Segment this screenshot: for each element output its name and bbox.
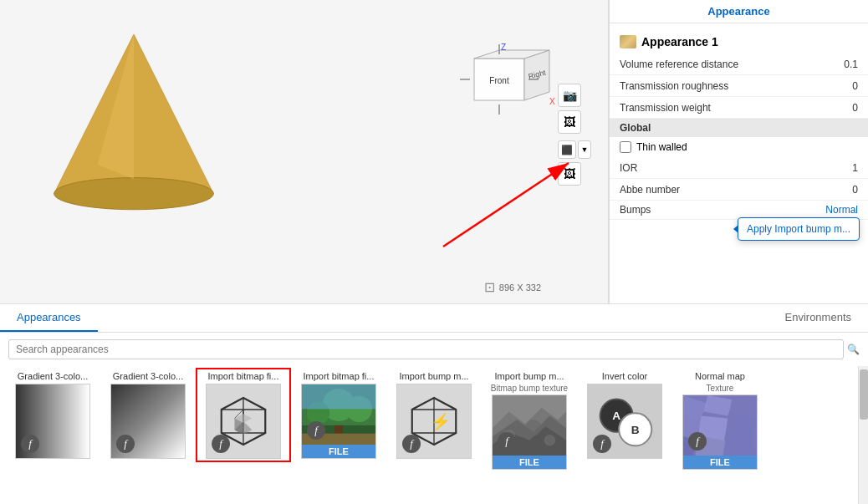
item-import-bump-file[interactable]: Import bump m... Bitmap bump texture xyxy=(483,369,575,471)
ior-label: IOR xyxy=(620,162,833,174)
bumps-value[interactable]: Normal xyxy=(825,204,858,216)
abbe-label: Abbe number xyxy=(620,184,833,196)
item-gradient-lr[interactable]: Gradient 3-colo... f xyxy=(7,369,99,461)
abbe-row: Abbe number 0 xyxy=(610,179,868,201)
item-import-bitmap-selected[interactable]: Import bitmap fi... f xyxy=(197,369,289,461)
appearance-title-row: Appearance 1 xyxy=(610,30,868,53)
file-label-6: FILE xyxy=(493,456,566,469)
item-import-bump-file-thumb: FILE f xyxy=(492,395,567,470)
item-normal-map[interactable]: Normal map Texture xyxy=(674,369,766,471)
item-normal-name: Normal map xyxy=(676,371,764,382)
bottom-section: Appearances Environments 🔍 Gradient 3-co… xyxy=(0,303,868,504)
item-gradient-diag-thumb: f xyxy=(110,384,186,459)
item-import-bitmap-sel-thumb: f xyxy=(206,384,281,459)
property-trans-rough: Transmission roughness 0 xyxy=(610,75,868,97)
tab-divider xyxy=(98,304,768,332)
thin-walled-checkbox[interactable] xyxy=(620,141,631,153)
item-import-bump-file-name: Import bump m... xyxy=(485,371,574,382)
tab-appearances-label: Appearances xyxy=(17,311,81,323)
tabs-bar: Appearances Environments xyxy=(0,304,868,333)
svg-text:Z: Z xyxy=(501,43,506,52)
nav-cube[interactable]: Front Right Z X xyxy=(457,42,566,125)
item-import-bitmap-photo-name: Import bitmap fi... xyxy=(294,371,383,382)
tab-environments[interactable]: Environments xyxy=(768,304,868,332)
viewport-controls: 📷 🖼 ⬛ ▼ 🖼 xyxy=(558,84,591,186)
abbe-value: 0 xyxy=(833,184,858,196)
panel-title: Appearance xyxy=(707,5,769,18)
svg-line-15 xyxy=(443,163,569,247)
global-section-header: Global xyxy=(610,119,868,137)
main-area: Front Right Z X 📷 🖼 ⬛ ▼ 🖼 xyxy=(0,0,868,303)
volume-ref-value: 0.1 xyxy=(833,59,858,70)
item-gradient-lr-name: Gradient 3-colo... xyxy=(8,371,97,382)
viewport: Front Right Z X 📷 🖼 ⬛ ▼ 🖼 xyxy=(0,0,609,303)
svg-point-43 xyxy=(525,420,542,437)
dropdown-btn[interactable]: ▼ xyxy=(578,140,591,159)
svg-point-44 xyxy=(544,435,556,446)
item-invert-color[interactable]: Invert color A B f xyxy=(579,369,671,461)
thin-walled-row[interactable]: Thin walled xyxy=(610,137,868,157)
item-normal-thumb: FILE f xyxy=(682,395,758,470)
item-gradient-diag-name: Gradient 3-colo... xyxy=(104,371,192,382)
ior-row: IOR 1 xyxy=(610,157,868,179)
svg-rect-32 xyxy=(302,384,375,409)
volume-ref-label: Volume reference distance xyxy=(620,59,833,70)
scrollbar-thumb xyxy=(860,369,868,420)
trans-weight-value: 0 xyxy=(833,102,858,114)
dimension-display: ⊡ 896 X 332 xyxy=(484,279,541,295)
item-import-bump-cube[interactable]: Import bump m... ⚡ f xyxy=(388,369,480,461)
item-import-bump-cube-name: Import bump m... xyxy=(390,371,478,382)
trans-rough-label: Transmission roughness xyxy=(620,80,833,92)
item-normal-sub: Texture xyxy=(707,384,734,393)
search-icon[interactable]: 🔍 xyxy=(847,344,860,355)
item-gradient-lr-thumb: f xyxy=(15,384,90,459)
item-import-bump-cube-thumb: ⚡ f xyxy=(396,384,472,459)
appearance-icon xyxy=(620,35,636,48)
file-label-8: FILE xyxy=(683,456,757,469)
cube-btn[interactable]: ⬛ xyxy=(558,140,576,159)
svg-point-1 xyxy=(54,178,214,210)
bumps-row[interactable]: Bumps Normal Apply Import bump m... xyxy=(610,201,868,220)
cone-shape xyxy=(25,8,243,234)
svg-text:Front: Front xyxy=(489,76,509,85)
search-bar: 🔍 xyxy=(0,333,868,366)
appearance-name: Appearance 1 xyxy=(641,35,718,48)
bumps-label: Bumps xyxy=(620,204,825,216)
trans-weight-label: Transmission weight xyxy=(620,102,833,114)
property-trans-weight: Transmission weight 0 xyxy=(610,97,868,119)
tab-environments-label: Environments xyxy=(785,311,851,323)
svg-text:X: X xyxy=(549,97,555,106)
tooltip-text: Apply Import bump m... xyxy=(747,223,850,235)
dimension-icon: ⊡ xyxy=(484,279,495,295)
screenshot-btn[interactable]: 🖼 xyxy=(558,162,581,186)
item-gradient-diag[interactable]: Gradient 3-colo... f xyxy=(102,369,194,461)
item-import-bitmap-photo[interactable]: Import bitmap fi... FILE f xyxy=(293,369,385,461)
global-label: Global xyxy=(620,122,651,134)
ior-value: 1 xyxy=(833,162,858,174)
file-label-4: FILE xyxy=(302,445,375,458)
right-panel: Appearance Appearance 1 Volume reference… xyxy=(609,0,868,303)
camera-btn[interactable]: 📷 xyxy=(558,84,581,107)
tab-appearances[interactable]: Appearances xyxy=(0,304,98,332)
panel-header: Appearance xyxy=(610,0,868,23)
items-area: Gradient 3-colo... f Gradient 3-colo... … xyxy=(0,366,868,504)
item-invert-thumb: A B f xyxy=(587,384,662,459)
item-import-bitmap-sel-name: Import bitmap fi... xyxy=(199,371,288,382)
svg-text:A: A xyxy=(612,410,620,422)
bumps-tooltip[interactable]: Apply Import bump m... xyxy=(738,217,860,241)
item-import-bitmap-photo-thumb: FILE f xyxy=(301,384,376,459)
item-import-bump-file-sub: Bitmap bump texture xyxy=(491,384,568,393)
search-input[interactable] xyxy=(8,339,844,359)
item-invert-name: Invert color xyxy=(580,371,669,382)
property-volume-ref: Volume reference distance 0.1 xyxy=(610,53,868,75)
items-grid: Gradient 3-colo... f Gradient 3-colo... … xyxy=(0,366,858,504)
thin-walled-label: Thin walled xyxy=(636,141,687,153)
svg-text:B: B xyxy=(631,424,640,436)
panel-content: Appearance 1 Volume reference distance 0… xyxy=(610,23,868,303)
trans-rough-value: 0 xyxy=(833,80,858,92)
dimension-value: 896 X 332 xyxy=(499,283,541,293)
items-scrollbar[interactable] xyxy=(858,366,868,504)
render-btn[interactable]: 🖼 xyxy=(558,110,581,134)
svg-text:⚡: ⚡ xyxy=(431,412,452,431)
